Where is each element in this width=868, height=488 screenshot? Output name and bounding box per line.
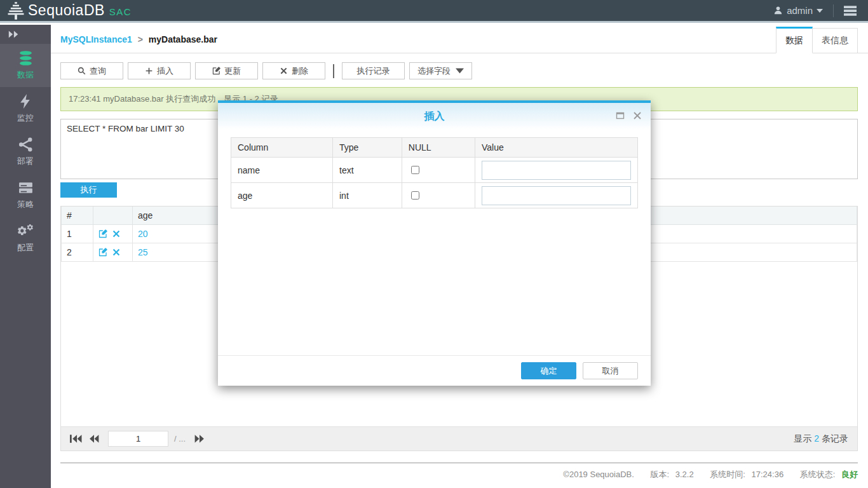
sidebar-item-label: 配置 bbox=[17, 242, 34, 254]
sidebar-item-label: 部署 bbox=[17, 156, 34, 167]
breadcrumb-instance-link[interactable]: MySQLInstance1 bbox=[60, 34, 132, 44]
header-null: NULL bbox=[402, 138, 475, 158]
header-column: Column bbox=[231, 138, 333, 158]
system-time-value: 17:24:36 bbox=[752, 470, 784, 479]
maximize-icon[interactable] bbox=[616, 111, 625, 120]
brand-name: SequoiaDB bbox=[28, 2, 105, 19]
history-button[interactable]: 执行记录 bbox=[342, 62, 405, 79]
history-button-label: 执行记录 bbox=[357, 65, 390, 77]
modal-header[interactable]: 插入 bbox=[218, 103, 651, 130]
plus-icon bbox=[145, 67, 153, 75]
topbar: SequoiaDB SAC admin bbox=[0, 0, 868, 23]
update-button[interactable]: 更新 bbox=[195, 62, 258, 79]
null-checkbox[interactable] bbox=[411, 166, 419, 174]
column-name: age bbox=[231, 183, 333, 208]
edit-row-icon[interactable] bbox=[98, 229, 107, 238]
page-number-input[interactable] bbox=[108, 431, 168, 447]
confirm-button[interactable]: 确定 bbox=[521, 362, 576, 379]
row-index: 1 bbox=[62, 224, 93, 243]
sidebar: 数据 监控 部署 策略 配置 bbox=[0, 25, 51, 488]
query-button[interactable]: 查询 bbox=[60, 62, 123, 79]
sidebar-item-config[interactable]: 配置 bbox=[0, 217, 51, 260]
header-index: # bbox=[62, 207, 93, 224]
sidebar-item-deploy[interactable]: 部署 bbox=[0, 130, 51, 173]
version-label: 版本: bbox=[650, 470, 669, 479]
breadcrumb-row: MySQLInstance1 > myDatabase.bar 数据 表信息 bbox=[51, 25, 868, 53]
sidebar-item-strategy[interactable]: 策略 bbox=[0, 173, 51, 217]
user-menu[interactable]: admin bbox=[773, 5, 823, 16]
breadcrumb-current: myDatabase.bar bbox=[149, 34, 217, 44]
query-button-label: 查询 bbox=[90, 65, 106, 77]
first-page-icon[interactable] bbox=[70, 434, 82, 444]
prev-page-icon[interactable] bbox=[88, 434, 100, 444]
modal-footer: 确定 取消 bbox=[218, 355, 651, 386]
username: admin bbox=[787, 5, 813, 16]
copyright: ©2019 SequoiaDB. bbox=[563, 470, 634, 479]
insert-button[interactable]: 插入 bbox=[128, 62, 191, 79]
topbar-divider bbox=[833, 4, 834, 17]
sequoia-tree-icon bbox=[6, 1, 25, 20]
sidebar-item-label: 策略 bbox=[17, 199, 34, 210]
insert-form-table: Column Type NULL Value name text age int bbox=[231, 137, 638, 208]
monitor-icon bbox=[18, 93, 34, 109]
toolbar: 查询 插入 更新 删除 执行记录 选择字段 bbox=[51, 53, 868, 79]
value-input-name[interactable] bbox=[482, 161, 631, 180]
update-button-label: 更新 bbox=[224, 65, 241, 77]
list-icon bbox=[844, 6, 857, 16]
breadcrumb: MySQLInstance1 > myDatabase.bar bbox=[60, 34, 217, 44]
select-fields-button[interactable]: 选择字段 bbox=[409, 62, 472, 79]
tab-data[interactable]: 数据 bbox=[776, 27, 813, 53]
insert-button-label: 插入 bbox=[157, 65, 173, 77]
delete-row-icon[interactable] bbox=[112, 248, 121, 257]
record-count-number: 2 bbox=[811, 433, 822, 444]
value-input-age[interactable] bbox=[482, 186, 631, 205]
null-checkbox[interactable] bbox=[411, 191, 419, 200]
insert-row-age: age int bbox=[231, 183, 638, 208]
record-count: 显示2条记录 bbox=[794, 433, 848, 445]
record-count-prefix: 显示 bbox=[794, 433, 811, 444]
sidebar-item-data[interactable]: 数据 bbox=[0, 44, 51, 87]
version-value: 3.2.2 bbox=[675, 470, 694, 479]
chevron-down-icon bbox=[456, 67, 464, 75]
modal-body: Column Type NULL Value name text age int bbox=[218, 130, 651, 208]
system-status-label: 系统状态: bbox=[800, 470, 836, 479]
header-actions bbox=[93, 207, 133, 224]
brand-logo[interactable]: SequoiaDB SAC bbox=[0, 1, 132, 20]
sidebar-item-label: 监控 bbox=[17, 112, 34, 124]
toolbar-divider bbox=[333, 64, 334, 78]
select-fields-button-label: 选择字段 bbox=[417, 65, 451, 77]
task-list-button[interactable] bbox=[844, 6, 857, 16]
sidebar-item-monitor[interactable]: 监控 bbox=[0, 87, 51, 130]
strategy-server-icon bbox=[18, 180, 34, 196]
system-status-value: 良好 bbox=[841, 470, 858, 479]
close-icon[interactable] bbox=[633, 111, 642, 120]
edit-row-icon[interactable] bbox=[98, 248, 107, 257]
page-footer: ©2019 SequoiaDB. 版本: 3.2.2 系统时间: 17:24:3… bbox=[60, 463, 858, 480]
breadcrumb-separator: > bbox=[135, 34, 146, 44]
delete-row-icon[interactable] bbox=[112, 229, 121, 238]
sidebar-item-label: 数据 bbox=[17, 69, 34, 81]
header-value: Value bbox=[475, 138, 637, 158]
record-count-suffix: 条记录 bbox=[822, 433, 848, 444]
next-page-icon[interactable] bbox=[193, 434, 205, 444]
system-time-label: 系统时间: bbox=[710, 470, 745, 479]
chevron-down-icon bbox=[817, 9, 823, 13]
search-icon bbox=[78, 67, 86, 75]
double-chevron-right-icon bbox=[8, 30, 19, 38]
edit-icon bbox=[212, 67, 220, 75]
cancel-button[interactable]: 取消 bbox=[583, 362, 638, 379]
header-type: Type bbox=[333, 138, 402, 158]
brand-suffix: SAC bbox=[109, 6, 132, 17]
user-icon bbox=[773, 6, 783, 15]
x-icon bbox=[280, 67, 288, 75]
tab-table-info[interactable]: 表信息 bbox=[813, 28, 858, 53]
pagination-bar: / ... 显示2条记录 bbox=[61, 426, 857, 451]
view-tabs: 数据 表信息 bbox=[776, 27, 858, 53]
page-total-label: / ... bbox=[174, 434, 186, 444]
deploy-share-icon bbox=[18, 137, 34, 152]
sidebar-collapse-button[interactable] bbox=[0, 25, 51, 44]
insert-header-row: Column Type NULL Value bbox=[231, 138, 638, 158]
column-name: name bbox=[231, 158, 333, 183]
execute-button[interactable]: 执行 bbox=[60, 182, 117, 198]
delete-button[interactable]: 删除 bbox=[262, 62, 325, 79]
